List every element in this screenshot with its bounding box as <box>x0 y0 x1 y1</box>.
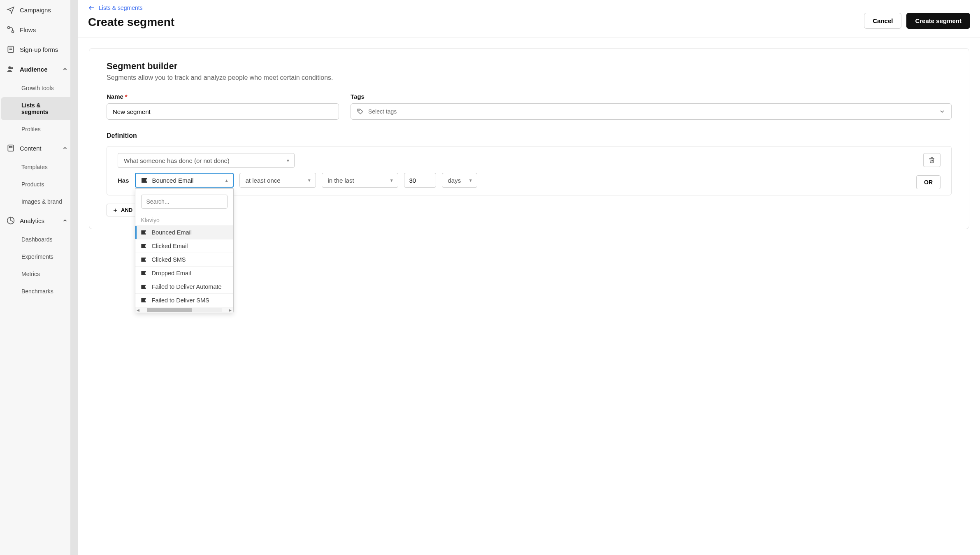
sidebar-label: Content <box>20 145 42 152</box>
dropdown-hscroll[interactable]: ◀ ▶ <box>135 307 233 313</box>
chevron-down-icon <box>939 108 945 115</box>
sidebar-label: Sign-up forms <box>20 46 58 53</box>
sidebar-sub-images-brand[interactable]: Images & brand <box>1 193 74 210</box>
flag-icon <box>142 178 148 183</box>
section-title: Segment builder <box>107 61 952 72</box>
svg-point-1 <box>12 31 14 33</box>
svg-rect-8 <box>9 146 12 148</box>
metric-search-input[interactable] <box>141 195 228 209</box>
section-subtitle: Segments allow you to track and analyze … <box>107 74 952 81</box>
trash-icon <box>929 157 935 163</box>
flag-icon <box>141 298 147 302</box>
svg-point-5 <box>8 66 11 69</box>
sidebar-sub-products[interactable]: Products <box>1 176 74 193</box>
plus-icon <box>113 208 118 213</box>
or-button[interactable]: OR <box>916 175 941 189</box>
tags-select[interactable]: Select tags <box>351 103 952 120</box>
breadcrumb-back[interactable]: Lists & segments <box>88 4 864 12</box>
flag-icon <box>141 244 147 248</box>
metric-dropdown-panel: Klaviyo Bounced Email Clicked Email <box>135 188 234 313</box>
page-title: Create segment <box>88 16 864 29</box>
sidebar-sub-lists-segments[interactable]: Lists & segments <box>1 97 74 120</box>
sidebar-item-content[interactable]: Content <box>0 138 78 158</box>
frequency-select[interactable]: at least once ▼ <box>239 173 316 188</box>
sidebar-item-analytics[interactable]: Analytics <box>0 211 78 230</box>
svg-point-6 <box>11 67 13 69</box>
sidebar-label: Analytics <box>20 217 44 224</box>
svg-point-10 <box>359 110 360 111</box>
sidebar-sub-templates[interactable]: Templates <box>1 159 74 175</box>
flag-icon <box>141 285 147 289</box>
segment-builder-card: Segment builder Segments allow you to tr… <box>89 48 969 229</box>
segment-name-input[interactable] <box>107 103 339 120</box>
name-label: Name* <box>107 93 339 100</box>
caret-up-icon: ▲ <box>225 178 229 183</box>
audience-icon <box>7 65 15 73</box>
svg-point-0 <box>8 27 10 29</box>
caret-down-icon: ▼ <box>286 158 290 163</box>
form-icon <box>7 45 15 53</box>
metric-option-failed-sms[interactable]: Failed to Deliver SMS <box>135 293 233 307</box>
sidebar-label: Campaigns <box>20 7 51 14</box>
analytics-icon <box>7 216 15 225</box>
chevron-up-icon <box>62 218 68 223</box>
flag-icon <box>141 271 147 275</box>
flag-icon <box>141 258 147 262</box>
flag-icon <box>141 230 147 235</box>
flows-icon <box>7 26 15 34</box>
metric-option-list[interactable]: Bounced Email Clicked Email Clicked SMS <box>135 225 233 307</box>
sidebar-sub-experiments[interactable]: Experiments <box>1 248 74 265</box>
metric-option-clicked-email[interactable]: Clicked Email <box>135 239 233 253</box>
chevron-up-icon <box>62 66 68 72</box>
content-icon <box>7 144 15 152</box>
metric-select[interactable]: Bounced Email ▲ <box>135 173 234 188</box>
tag-icon <box>357 108 364 115</box>
sidebar-item-signup-forms[interactable]: Sign-up forms <box>0 39 78 59</box>
tags-placeholder: Select tags <box>368 108 397 115</box>
arrow-left-icon <box>88 4 95 12</box>
unit-select[interactable]: days ▼ <box>442 173 477 188</box>
sidebar-sub-benchmarks[interactable]: Benchmarks <box>1 283 74 300</box>
has-label: Has <box>118 177 129 184</box>
header: Lists & segments Create segment Cancel C… <box>78 0 980 37</box>
condition-block: What someone has done (or not done) ▼ Ha… <box>107 146 952 195</box>
create-segment-button[interactable]: Create segment <box>906 13 970 29</box>
period-select[interactable]: in the last ▼ <box>322 173 398 188</box>
sidebar-scrollbar[interactable] <box>70 0 78 555</box>
sidebar-sub-profiles[interactable]: Profiles <box>1 121 74 137</box>
sidebar-item-audience[interactable]: Audience <box>0 59 78 79</box>
condition-type-select[interactable]: What someone has done (or not done) ▼ <box>118 153 295 168</box>
chevron-up-icon <box>62 145 68 151</box>
sidebar-sub-dashboards[interactable]: Dashboards <box>1 231 74 248</box>
sidebar-label: Audience <box>20 66 48 73</box>
sidebar: Campaigns Flows Sign-up forms Audience G… <box>0 0 78 555</box>
send-icon <box>7 6 15 14</box>
days-input[interactable] <box>404 173 436 188</box>
metric-option-bounced-email[interactable]: Bounced Email <box>135 226 233 239</box>
metric-option-failed-automate[interactable]: Failed to Deliver Automate <box>135 280 233 293</box>
breadcrumb-label: Lists & segments <box>99 5 143 11</box>
delete-condition-button[interactable] <box>923 153 941 167</box>
tags-label: Tags <box>351 93 952 100</box>
caret-down-icon: ▼ <box>307 178 311 183</box>
definition-label: Definition <box>107 132 952 139</box>
and-button[interactable]: AND <box>107 204 139 216</box>
caret-down-icon: ▼ <box>390 178 394 183</box>
metric-option-dropped-email[interactable]: Dropped Email <box>135 266 233 280</box>
dropdown-group-label: Klaviyo <box>135 214 233 225</box>
sidebar-label: Flows <box>20 26 36 33</box>
sidebar-sub-growth-tools[interactable]: Growth tools <box>1 80 74 96</box>
cancel-button[interactable]: Cancel <box>864 13 901 29</box>
sidebar-item-flows[interactable]: Flows <box>0 20 78 39</box>
metric-option-clicked-sms[interactable]: Clicked SMS <box>135 253 233 266</box>
sidebar-sub-metrics[interactable]: Metrics <box>1 266 74 282</box>
caret-down-icon: ▼ <box>469 178 473 183</box>
sidebar-item-campaigns[interactable]: Campaigns <box>0 0 78 20</box>
